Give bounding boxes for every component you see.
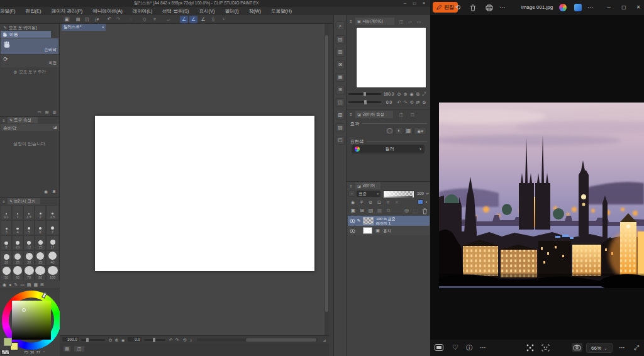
delete-layer-icon[interactable] <box>421 208 428 214</box>
canvas-hscrollbar[interactable] <box>197 338 318 342</box>
layer-property-tab[interactable]: ◪ 레이어 속성 <box>355 111 393 118</box>
quick-access-icon[interactable]: ⌕ <box>336 21 345 30</box>
navigator-tab[interactable]: ▣ 내비게이터 <box>355 18 394 25</box>
nav-flip-h-icon[interactable]: ⇄ <box>415 99 421 105</box>
nav-expand-icon[interactable]: ⤢ <box>421 91 427 97</box>
draft-layer-icon[interactable]: ∓ <box>358 199 365 205</box>
brush-size-cell[interactable]: 30 <box>23 250 35 265</box>
brush-footer-icon[interactable]: ⊞ <box>40 282 44 287</box>
new-file-icon[interactable]: ▤ <box>74 16 82 23</box>
zoom-slider[interactable] <box>81 339 105 341</box>
help-icon[interactable]: ◔ <box>219 16 227 23</box>
brush-size-cell[interactable]: 0.1 <box>1 205 12 220</box>
menu-help[interactable]: 도움말(H) <box>266 8 297 14</box>
canvas-vscrollbar[interactable] <box>325 24 329 335</box>
palette-color-chip[interactable]: ▫ <box>348 191 355 197</box>
brush-size-cell[interactable]: 100 <box>46 265 59 280</box>
subtool-footer-icon[interactable]: ▭ <box>36 109 42 114</box>
new-vector-layer-icon[interactable]: ⊞ <box>358 207 365 214</box>
opacity-stepper-icon[interactable]: ▴▾ <box>425 191 430 197</box>
opacity-slider[interactable] <box>383 191 414 197</box>
reset-view-icon[interactable]: ⟲ <box>182 337 187 343</box>
designer-app-logo-icon[interactable] <box>574 4 582 11</box>
layer-row-paper[interactable]: ▣ 용지 <box>348 226 430 235</box>
panel-menu-icon[interactable]: ≡ <box>348 184 353 189</box>
deselect-icon[interactable]: ◌ <box>127 16 135 23</box>
page-spread-button[interactable]: ◫ <box>74 345 85 352</box>
new-folder-icon[interactable]: ▤ <box>367 207 374 214</box>
rotate-cw-icon[interactable]: ↷ <box>174 337 180 343</box>
material-folder-icon[interactable]: ▥ <box>336 48 345 57</box>
add-subtool-button[interactable]: ⊕ 보조 도구 추가 <box>1 67 58 77</box>
transfer-layer-icon[interactable]: ▦ <box>376 207 383 214</box>
tool-property-tab[interactable]: ✎ 도구 속성 <box>8 117 38 123</box>
brush-footer-icon[interactable]: ● <box>9 282 11 287</box>
delete-image-icon[interactable] <box>469 4 477 11</box>
material-folder-icon[interactable]: ▧ <box>336 111 345 120</box>
brush-size-cell[interactable]: 35 <box>35 250 46 265</box>
info-tab-icon[interactable]: ▱ <box>407 19 413 25</box>
zoom-out-icon[interactable]: ⊖ <box>108 337 113 343</box>
brush-size-cell[interactable]: 5 <box>23 220 35 235</box>
open-file-icon[interactable]: ◫ <box>83 16 91 23</box>
material-folder-icon[interactable]: ⊞ <box>336 86 345 94</box>
nav-100-icon[interactable]: ◉ <box>409 91 414 97</box>
menu-page[interactable]: 페이지 관리(P) <box>47 8 88 14</box>
brush-size-cell[interactable]: 80 <box>35 265 46 280</box>
nav-fit-icon[interactable]: ⧉ <box>415 91 421 97</box>
nav-flip-v-icon[interactable]: ⊘ <box>421 99 427 105</box>
snap-special-icon[interactable]: ∠ <box>189 16 197 23</box>
subtool-item-move[interactable]: 이동 <box>1 31 51 38</box>
lock-transparent-icon[interactable]: ⊡ <box>376 199 382 205</box>
apply-mask-icon[interactable]: ⬚ <box>412 207 419 214</box>
main-color-swatch[interactable] <box>4 338 12 346</box>
layer-color-effect-icon[interactable]: ◉▾ <box>414 127 426 135</box>
brush-size-cell[interactable]: 2 <box>35 205 46 220</box>
expression-color-dropdown[interactable]: 컬러 ▾ <box>352 145 425 153</box>
panel-menu-icon[interactable]: ≡ <box>1 199 6 204</box>
zoom-level-dropdown[interactable]: 66% ⌄ <box>586 343 613 353</box>
brush-footer-icon[interactable]: ✎ <box>14 282 18 287</box>
layer-color-chevron-icon[interactable]: ▾ <box>424 199 429 205</box>
brush-size-cell[interactable]: 15 <box>35 235 46 250</box>
resize-corner-icon[interactable]: ◢ <box>321 337 327 343</box>
brush-size-cell[interactable]: 4 <box>12 220 23 235</box>
brush-size-tab[interactable]: ✎ 브러시 크기 <box>8 198 40 204</box>
brush-footer-icon[interactable]: ▭ <box>20 282 25 287</box>
page-prev-button[interactable]: ▤ <box>63 345 71 352</box>
zoom-fit-icon[interactable]: ◉ <box>120 337 126 343</box>
export-icon[interactable]: ⤓▾ <box>92 16 102 23</box>
photos-close-button[interactable]: ✕ <box>633 3 643 13</box>
csp-minimize-button[interactable]: ─ <box>401 0 409 6</box>
layers-tab[interactable]: ◪ 레이어 <box>355 182 380 189</box>
menu-layer[interactable]: 레이어(L) <box>128 8 158 14</box>
grid-icon[interactable]: ▱ <box>165 16 172 23</box>
file-info-icon[interactable]: ⓘ <box>465 343 474 352</box>
brush-size-cell[interactable]: 1.5 <box>23 205 35 220</box>
preset-save-icon[interactable]: ◪ <box>52 125 58 130</box>
subtool-item-rotate[interactable]: ⟳ 회전 <box>1 55 58 67</box>
brush-size-cell[interactable]: 17 <box>46 235 59 250</box>
material-folder-icon[interactable]: ◫ <box>336 98 345 107</box>
subview-tab-icon[interactable]: ◫ <box>398 19 404 25</box>
fill-icon[interactable]: ⬯ <box>141 16 148 23</box>
filmstrip-icon[interactable] <box>434 343 444 352</box>
brush-size-cell[interactable]: 25 <box>12 250 23 265</box>
camera-icon[interactable] <box>572 343 582 352</box>
lock-layer-icon[interactable]: ⊘ <box>367 199 374 205</box>
snap-ruler-icon[interactable]: ∠ <box>180 16 188 23</box>
photos-app-logo-icon[interactable] <box>559 4 567 11</box>
animation-tab-icon[interactable]: ◫ <box>398 112 404 118</box>
nav-rotate-ccw-icon[interactable]: ↶ <box>396 99 402 105</box>
brush-size-cell[interactable]: 12 <box>23 235 35 250</box>
rotate-ccw-icon[interactable]: ↶ <box>168 337 174 343</box>
toolprop-footer-icon[interactable]: ◉ <box>43 189 49 194</box>
photos-maximize-button[interactable]: ▢ <box>619 3 629 13</box>
material-folder-icon[interactable]: ⊠ <box>336 60 345 69</box>
menu-view[interactable]: 표시(V) <box>194 8 219 14</box>
brush-size-cell[interactable]: 8 <box>1 235 12 250</box>
csp-close-button[interactable]: ✕ <box>420 0 428 6</box>
settings-icon[interactable]: ▣ <box>63 16 70 23</box>
brush-size-cell[interactable]: 2.5 <box>46 205 59 220</box>
tone-effect-icon[interactable]: ◐ <box>395 127 403 135</box>
